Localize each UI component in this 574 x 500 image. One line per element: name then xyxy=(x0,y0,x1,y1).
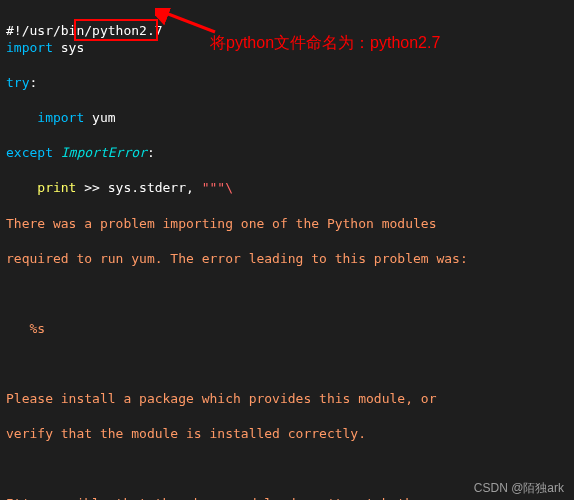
line-12: Please install a package which provides … xyxy=(6,390,568,408)
shebang-prefix: #!/usr/bin/ xyxy=(6,23,92,38)
line-6: print >> sys.stderr, """\ xyxy=(6,179,568,197)
shebang-python: python2.7 xyxy=(92,23,162,38)
line-4: import yum xyxy=(6,109,568,127)
line-5: except ImportError: xyxy=(6,144,568,162)
watermark: CSDN @陌独ark xyxy=(474,480,564,496)
line-7: There was a problem importing one of the… xyxy=(6,215,568,233)
line-13: verify that the module is installed corr… xyxy=(6,425,568,443)
line-3: try: xyxy=(6,74,568,92)
line-14 xyxy=(6,460,568,478)
line-2: import sys xyxy=(6,39,568,57)
line-11 xyxy=(6,355,568,373)
shebang-line: #!/usr/bin/python2.7 xyxy=(6,22,163,40)
line-10: %s xyxy=(6,320,568,338)
code-editor[interactable]: #!/usr/bin/python2.7 import sys try: imp… xyxy=(0,0,574,500)
line-9 xyxy=(6,285,568,303)
line-8: required to run yum. The error leading t… xyxy=(6,250,568,268)
line-15: It's possible that the above module does… xyxy=(6,495,568,500)
